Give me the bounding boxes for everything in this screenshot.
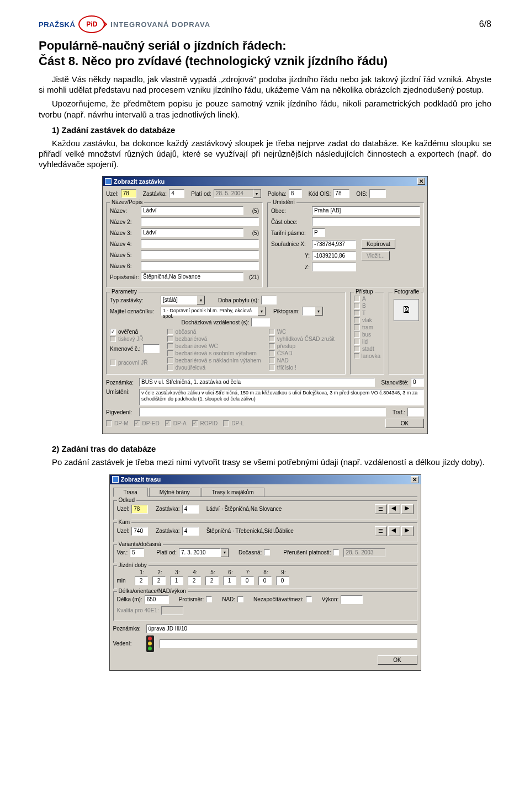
typ-combo[interactable]: [stálá]▾ (161, 296, 205, 304)
piktogram-combo[interactable]: ▾ (302, 307, 323, 316)
jd-cell[interactable]: 2 (152, 576, 166, 585)
nad-checkbox[interactable] (237, 596, 243, 602)
list-icon[interactable]: ☰ (375, 504, 387, 514)
nazev3-input[interactable]: Ládví (141, 228, 243, 237)
umisteni-textarea[interactable]: v čele zastávkového zálivu v ulici Střel… (139, 389, 424, 405)
pasmo-input[interactable]: P (312, 228, 325, 237)
cb-item[interactable]: bezbariérová s nákladním výtahem (167, 357, 261, 364)
cb-ropid[interactable]: ✓ROPID (192, 420, 218, 426)
cb-item[interactable]: A (354, 296, 380, 302)
jd-cell[interactable]: 2 (135, 576, 148, 585)
odkud-uzel-input[interactable]: 78 (131, 505, 148, 514)
cb-item[interactable]: bezbariérová s osobním výtahem (167, 350, 261, 356)
cb-pracovni[interactable]: pracovní JŘ (110, 360, 160, 366)
poznamka-input2[interactable]: úprava JD III/10 (146, 624, 417, 633)
soury-input[interactable]: -1039210,86 (312, 252, 356, 260)
ok-button[interactable]: OK (378, 655, 417, 665)
cb-dp-m[interactable]: DP-M (106, 420, 129, 426)
sourz-input[interactable] (312, 263, 356, 271)
cb-item[interactable]: přestup (269, 343, 335, 349)
cb-dp-ed[interactable]: ✓DP-ED (134, 420, 160, 426)
chevron-down-icon[interactable]: ▾ (221, 548, 229, 557)
cb-item[interactable]: lanovka (354, 353, 380, 359)
cb-item[interactable]: NAD (269, 357, 335, 364)
uzel-input[interactable]: 78 (121, 189, 136, 198)
chevron-down-icon[interactable]: ▾ (315, 307, 323, 316)
odkud-zast-input[interactable]: 4 (182, 505, 199, 514)
ois-input[interactable] (369, 189, 386, 198)
jd-cell[interactable]: 0 (241, 576, 254, 585)
cb-item[interactable]: tram (354, 324, 380, 330)
cb-item[interactable]: WC (269, 329, 335, 335)
cb-item[interactable]: občasná (167, 329, 261, 335)
cb-item[interactable]: bus (354, 332, 380, 338)
cb-item[interactable]: bezbariérová (167, 336, 261, 342)
cb-dp-l[interactable]: DP-L (223, 420, 244, 426)
delka-input[interactable]: 650 (145, 595, 169, 604)
close-icon[interactable]: ✕ (417, 178, 425, 185)
var-input[interactable]: 5 (130, 548, 144, 557)
kmen-input[interactable] (143, 344, 160, 353)
docasna-checkbox[interactable] (264, 549, 270, 555)
cb-item[interactable]: vyhlídková ČSAD zrušit (269, 336, 335, 342)
preruseni-date[interactable]: 28. 5. 2003 (343, 548, 385, 557)
cb-item[interactable]: ČSAD (269, 350, 335, 356)
chevron-down-icon[interactable]: ▾ (258, 307, 266, 316)
titlebar[interactable]: Zobrazit trasu ✕ (110, 475, 421, 484)
obec-input[interactable]: Praha [AB] (312, 206, 420, 215)
vedeni-input[interactable] (160, 639, 417, 648)
chevron-down-icon[interactable]: ▾ (253, 189, 261, 198)
traf-input[interactable] (407, 408, 424, 416)
zastavka-input[interactable]: 4 (169, 189, 184, 198)
tab-majaky[interactable]: Trasy k majákům (202, 488, 264, 496)
jd-cell[interactable]: 0 (258, 576, 272, 585)
cb-item[interactable]: iid (354, 339, 380, 345)
jd-cell[interactable]: 1 (170, 576, 183, 585)
tab-trasa[interactable]: Trasa (113, 488, 148, 497)
cb-dp-a[interactable]: ✓DP-A (165, 420, 187, 426)
kodois-input[interactable]: 78 (333, 189, 349, 198)
dochaz-input[interactable] (251, 318, 270, 327)
nav-left-icon[interactable]: ⯇ (388, 526, 400, 536)
popis-input[interactable]: Štěpničná,Na Slovance (141, 273, 243, 281)
vlozit-button[interactable]: Vložit... (362, 251, 390, 260)
poloha-input[interactable]: 8 (289, 189, 302, 198)
pigvedeni-input[interactable] (139, 408, 386, 416)
preruseni-checkbox[interactable] (333, 549, 339, 555)
protismer-checkbox[interactable] (206, 596, 212, 602)
jd-cell[interactable]: 0 (276, 576, 289, 585)
close-icon[interactable]: ✕ (411, 476, 418, 483)
cb-overena[interactable]: ✓ověřená (110, 329, 160, 335)
kam-uzel-input[interactable]: 740 (131, 527, 148, 536)
jd-cell[interactable]: 2 (205, 576, 219, 585)
stanoviste-input[interactable]: 0 (411, 378, 424, 387)
jd-cell[interactable]: 2 (188, 576, 201, 585)
cb-item[interactable]: dvouúřelová (167, 365, 261, 371)
kvalita-input[interactable] (161, 606, 183, 615)
vykon-input[interactable] (341, 595, 363, 604)
majitel-combo[interactable]: 1 · Dopravní podnik hl.m. Prahy, akciová… (161, 307, 266, 316)
cb-item[interactable]: B (354, 303, 380, 309)
sourx-input[interactable]: -738784,937 (312, 240, 356, 249)
platiod-combo[interactable]: 28. 5. 2004 ▾ (214, 189, 261, 198)
cb-item[interactable]: T (354, 310, 380, 316)
tab-mytne[interactable]: Mýtné brány (149, 488, 200, 496)
ok-button[interactable]: OK (385, 419, 424, 428)
nazev5-input[interactable] (141, 250, 259, 259)
cb-item[interactable]: bezbariérové WC (167, 343, 261, 349)
nav-left-icon[interactable]: ⯇ (388, 504, 400, 514)
cb-item[interactable]: tříčíslo ! (269, 365, 335, 371)
list-icon[interactable]: ☰ (375, 526, 387, 536)
photo-icon[interactable]: 🖻 (394, 299, 419, 321)
castobce-input[interactable] (312, 217, 420, 226)
titlebar[interactable]: Zobrazit zastávku ✕ (103, 177, 427, 186)
platiod-combo2[interactable]: 7. 3. 2010▾ (179, 548, 229, 557)
nav-right-icon[interactable]: ⯈ (401, 526, 414, 536)
nazev2-input[interactable] (141, 217, 259, 226)
kam-zast-input[interactable]: 4 (182, 527, 199, 536)
nav-right-icon[interactable]: ⯈ (401, 504, 414, 514)
nazev-input[interactable]: Ládví (141, 206, 243, 215)
cb-tiskovy[interactable]: tiskový JŘ (110, 336, 160, 342)
jd-cell[interactable]: 1 (223, 576, 236, 585)
poznamka-input[interactable]: BUS v ul. Střelničná, 1. zastávka od čel… (139, 378, 375, 387)
